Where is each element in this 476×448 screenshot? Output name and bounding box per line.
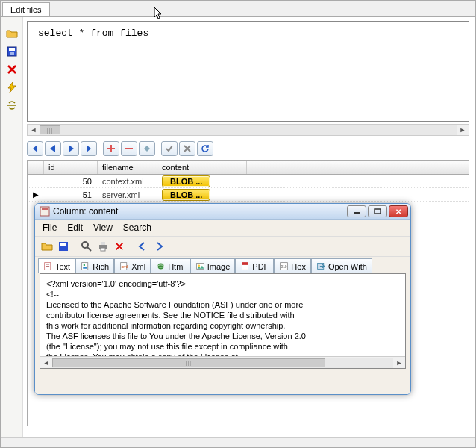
last-record-button[interactable] bbox=[81, 141, 97, 156]
svg-rect-1 bbox=[9, 48, 15, 51]
row-pointer-icon[interactable]: ▶ bbox=[28, 190, 44, 199]
close-button[interactable]: ✕ bbox=[389, 205, 408, 217]
scroll-track[interactable]: ||| bbox=[52, 358, 393, 368]
scroll-thumb[interactable]: ||| bbox=[52, 358, 325, 367]
tab-text[interactable]: Text bbox=[38, 258, 75, 273]
tab-html[interactable]: Html bbox=[151, 258, 190, 273]
grid-header-content[interactable]: content bbox=[157, 161, 247, 174]
forward-icon[interactable] bbox=[151, 239, 166, 254]
scroll-track[interactable]: ||| bbox=[40, 125, 457, 135]
cell-id: 50 bbox=[44, 176, 98, 187]
open-folder-icon[interactable] bbox=[6, 28, 18, 41]
save-icon[interactable] bbox=[6, 46, 18, 59]
text-content[interactable]: <?xml version='1.0' encoding='utf-8'?> <… bbox=[40, 274, 405, 356]
scroll-left-icon[interactable]: ◄ bbox=[28, 125, 40, 135]
window-titlebar[interactable]: Column: content ✕ bbox=[35, 204, 410, 220]
table-row[interactable]: ▶ 51 server.xml BLOB ... bbox=[28, 188, 469, 202]
svg-rect-9 bbox=[60, 243, 66, 246]
first-record-button[interactable] bbox=[27, 141, 43, 156]
grid-header-id[interactable]: id bbox=[44, 161, 98, 174]
save-file-icon[interactable] bbox=[56, 239, 71, 254]
sidebar bbox=[1, 17, 23, 437]
menu-edit[interactable]: Edit bbox=[67, 223, 83, 233]
next-record-button[interactable] bbox=[63, 141, 79, 156]
window-menubar: File Edit View Search bbox=[35, 220, 410, 236]
statusbar bbox=[1, 437, 475, 447]
blob-button[interactable]: BLOB ... bbox=[162, 189, 210, 201]
svg-text:010: 010 bbox=[281, 265, 287, 269]
tab-hex[interactable]: 010Hex bbox=[274, 258, 311, 273]
cell-filename: context.xml bbox=[98, 176, 157, 187]
tab-xml[interactable]: xmlXml bbox=[114, 258, 151, 273]
row-selector[interactable] bbox=[28, 181, 44, 182]
cancel-button[interactable] bbox=[179, 141, 195, 156]
tab-open-with[interactable]: Open With bbox=[311, 258, 372, 273]
svg-point-26 bbox=[198, 264, 199, 266]
grid-header: id filename content bbox=[28, 161, 469, 175]
tab-edit-files[interactable]: Edit files bbox=[2, 2, 50, 16]
print-icon[interactable] bbox=[95, 239, 110, 254]
svg-point-19 bbox=[84, 264, 85, 266]
svg-point-10 bbox=[82, 242, 88, 248]
tab-image[interactable]: Image bbox=[190, 258, 236, 273]
svg-rect-13 bbox=[101, 242, 105, 245]
cell-filename: server.xml bbox=[98, 190, 157, 200]
open-file-icon[interactable] bbox=[40, 239, 54, 254]
menu-file[interactable]: File bbox=[43, 223, 57, 233]
scroll-left-icon[interactable]: ◄ bbox=[40, 358, 52, 368]
menu-search[interactable]: Search bbox=[123, 223, 151, 233]
cell-content: BLOB ... bbox=[157, 175, 247, 188]
menu-view[interactable]: View bbox=[93, 223, 113, 233]
svg-rect-5 bbox=[42, 208, 48, 210]
svg-rect-2 bbox=[10, 52, 14, 55]
strikethrough-icon[interactable] bbox=[6, 99, 18, 113]
prev-record-button[interactable] bbox=[45, 141, 61, 156]
sql-editor[interactable]: select * from files bbox=[27, 21, 469, 122]
svg-text:xml: xml bbox=[122, 264, 128, 269]
refresh-button[interactable] bbox=[197, 141, 213, 156]
commit-button[interactable] bbox=[161, 141, 178, 156]
grid-header-rowsel[interactable] bbox=[28, 161, 44, 174]
tab-pdf[interactable]: PDF bbox=[235, 258, 274, 273]
sql-hscroll[interactable]: ◄ ||| ► bbox=[27, 124, 469, 136]
svg-rect-4 bbox=[40, 207, 49, 216]
table-row[interactable]: 50 context.xml BLOB ... bbox=[28, 175, 469, 188]
viewer-tabbar: Text Rich xmlXml Html Image PDF 010Hex O… bbox=[35, 257, 410, 273]
add-record-button[interactable] bbox=[103, 141, 119, 156]
remove-record-button[interactable] bbox=[121, 141, 137, 156]
maximize-button[interactable] bbox=[368, 205, 387, 217]
svg-rect-7 bbox=[375, 209, 381, 214]
blob-button[interactable]: BLOB ... bbox=[162, 175, 210, 187]
cell-content: BLOB ... bbox=[157, 188, 247, 202]
window-toolbar bbox=[35, 236, 410, 257]
lightning-icon[interactable] bbox=[6, 81, 18, 95]
content-viewer: <?xml version='1.0' encoding='utf-8'?> <… bbox=[40, 273, 406, 369]
window-title: Column: content bbox=[53, 206, 347, 217]
search-icon[interactable] bbox=[79, 239, 94, 254]
delete-icon[interactable] bbox=[6, 63, 18, 77]
scroll-thumb[interactable]: ||| bbox=[40, 125, 60, 134]
edit-record-button[interactable] bbox=[139, 141, 155, 156]
svg-point-23 bbox=[158, 263, 164, 269]
tab-rich[interactable]: Rich bbox=[75, 258, 114, 273]
grid-header-filename[interactable]: filename bbox=[98, 161, 157, 174]
svg-rect-18 bbox=[82, 263, 88, 270]
minimize-button[interactable] bbox=[347, 205, 366, 217]
main-tab-bar: Edit files bbox=[1, 1, 475, 17]
svg-rect-14 bbox=[101, 248, 105, 251]
svg-rect-28 bbox=[242, 263, 248, 265]
svg-rect-20 bbox=[83, 267, 87, 268]
scroll-right-icon[interactable]: ► bbox=[393, 358, 405, 368]
grid-toolbar bbox=[27, 139, 469, 158]
viewer-hscroll[interactable]: ◄ ||| ► bbox=[40, 356, 405, 368]
bookmark-icon[interactable] bbox=[112, 239, 127, 254]
svg-line-11 bbox=[87, 247, 91, 251]
window-icon bbox=[40, 206, 50, 217]
scroll-right-icon[interactable]: ► bbox=[457, 125, 469, 135]
column-content-window: Column: content ✕ File Edit View Search … bbox=[34, 203, 411, 395]
cell-id: 51 bbox=[44, 190, 98, 200]
back-icon[interactable] bbox=[135, 239, 150, 254]
